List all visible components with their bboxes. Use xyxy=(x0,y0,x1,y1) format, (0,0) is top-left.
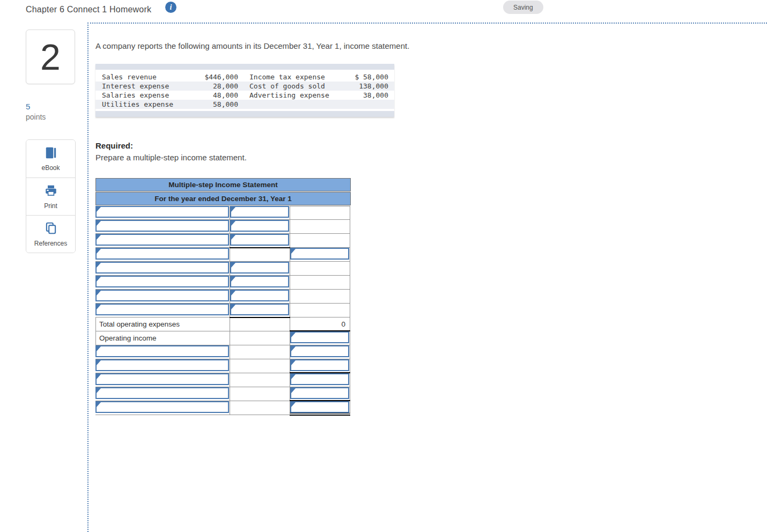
worksheet-row xyxy=(95,345,351,359)
worksheet-input[interactable] xyxy=(230,206,289,218)
worksheet-row xyxy=(95,290,351,304)
worksheet-row xyxy=(95,359,351,373)
tool-references[interactable]: References xyxy=(26,215,75,253)
worksheet-input-cell xyxy=(95,220,230,234)
question-panel: A company reports the following amounts … xyxy=(87,23,767,532)
worksheet-row: Operating income xyxy=(95,331,351,345)
worksheet-input-cell xyxy=(230,206,290,220)
worksheet-input[interactable] xyxy=(230,304,289,315)
worksheet-cell xyxy=(290,262,350,276)
worksheet-input[interactable] xyxy=(230,262,289,274)
worksheet-input-cell xyxy=(95,262,230,276)
worksheet-input[interactable] xyxy=(230,220,289,232)
worksheet-row xyxy=(95,373,351,387)
worksheet-input-cell xyxy=(95,345,230,359)
amounts-cell xyxy=(343,100,388,109)
worksheet-input[interactable] xyxy=(95,220,229,232)
worksheet-input-cell xyxy=(95,206,230,220)
worksheet-row xyxy=(95,220,351,234)
points-value: 5 xyxy=(26,102,30,111)
info-icon[interactable]: i xyxy=(165,2,176,13)
worksheet-input[interactable] xyxy=(290,359,349,371)
worksheet-row xyxy=(95,206,351,220)
amounts-cell: $ 58,000 xyxy=(343,72,388,82)
worksheet-input[interactable] xyxy=(95,248,229,260)
worksheet-input-cell xyxy=(230,304,290,317)
tool-label: References xyxy=(34,240,67,247)
worksheet-total-value: 0 xyxy=(290,317,350,331)
required-label: Required: xyxy=(95,141,133,150)
printer-icon xyxy=(44,184,58,200)
app-header: Chapter 6 Connect 1 Homework i Saving xyxy=(0,0,767,23)
question-number: 2 xyxy=(40,39,61,75)
worksheet-input-cell xyxy=(290,401,350,415)
worksheet-input[interactable] xyxy=(95,206,229,218)
worksheet-input[interactable] xyxy=(95,359,229,371)
amounts-table-top-band xyxy=(95,64,394,70)
worksheet-input-cell xyxy=(290,331,350,345)
income-statement-worksheet: Multiple-step Income Statement For the y… xyxy=(95,178,351,415)
amounts-row: Salaries expense48,000Advertising expens… xyxy=(95,91,394,100)
worksheet-input[interactable] xyxy=(95,262,229,274)
amounts-cell: Interest expense xyxy=(102,82,193,91)
worksheet-input[interactable] xyxy=(290,248,349,260)
worksheet-cell xyxy=(290,206,350,220)
worksheet-input-cell xyxy=(95,276,230,290)
tool-label: Print xyxy=(44,202,57,210)
worksheet-input-cell xyxy=(95,290,230,304)
worksheet-input-cell xyxy=(230,290,290,304)
worksheet-row-label: Total operating expenses xyxy=(95,317,230,331)
worksheet-input[interactable] xyxy=(95,345,229,357)
saving-badge: Saving xyxy=(503,1,543,14)
book-icon xyxy=(44,146,58,162)
worksheet-input[interactable] xyxy=(290,331,349,343)
question-intro: A company reports the following amounts … xyxy=(95,41,409,50)
worksheet-input[interactable] xyxy=(95,290,229,301)
worksheet-row xyxy=(95,248,351,262)
worksheet-cell xyxy=(290,220,350,234)
worksheet-input[interactable] xyxy=(290,345,349,357)
worksheet-input[interactable] xyxy=(95,304,229,315)
question-number-card: 2 xyxy=(26,29,75,84)
worksheet-input[interactable] xyxy=(95,276,229,287)
worksheet-input[interactable] xyxy=(290,401,349,413)
worksheet-row: Total operating expenses0 xyxy=(95,317,351,331)
worksheet-input-cell xyxy=(95,359,230,373)
worksheet-input-cell xyxy=(95,401,230,415)
amounts-cell: Advertising expense xyxy=(249,91,343,100)
worksheet-input[interactable] xyxy=(290,373,349,385)
amounts-cell: 48,000 xyxy=(193,91,238,100)
tool-ebook[interactable]: eBook xyxy=(26,140,75,178)
required-text: Prepare a multiple-step income statement… xyxy=(95,153,247,162)
pages-icon xyxy=(44,221,58,238)
tool-label: eBook xyxy=(41,164,60,172)
worksheet-row xyxy=(95,387,351,401)
points-label: points xyxy=(26,113,46,121)
amounts-cell xyxy=(249,100,343,109)
worksheet-input[interactable] xyxy=(290,387,349,399)
worksheet-input[interactable] xyxy=(230,234,289,246)
tool-print[interactable]: Print xyxy=(26,178,75,215)
worksheet-cell xyxy=(290,276,350,290)
worksheet-subtitle: For the year ended December 31, Year 1 xyxy=(95,192,351,205)
worksheet-cell xyxy=(290,304,350,317)
worksheet-input-cell xyxy=(230,234,290,248)
worksheet-input[interactable] xyxy=(95,373,229,385)
worksheet-row xyxy=(95,304,351,317)
worksheet-input[interactable] xyxy=(95,401,229,413)
worksheet-input[interactable] xyxy=(230,290,289,301)
amounts-cell: Salaries expense xyxy=(102,91,193,100)
worksheet-input[interactable] xyxy=(95,234,229,246)
worksheet-cell xyxy=(290,290,350,304)
worksheet-input-cell xyxy=(230,220,290,234)
worksheet-input-cell xyxy=(290,373,350,387)
worksheet-input-cell xyxy=(290,387,350,401)
worksheet-input[interactable] xyxy=(95,387,229,399)
amounts-cell: Utilities expense xyxy=(102,100,193,109)
worksheet-cell xyxy=(230,248,290,262)
worksheet-grid: Total operating expenses0Operating incom… xyxy=(95,206,351,415)
worksheet-input[interactable] xyxy=(230,276,289,287)
worksheet-row xyxy=(95,401,351,415)
worksheet-input-cell xyxy=(95,234,230,248)
amounts-cell: $446,000 xyxy=(193,72,238,82)
